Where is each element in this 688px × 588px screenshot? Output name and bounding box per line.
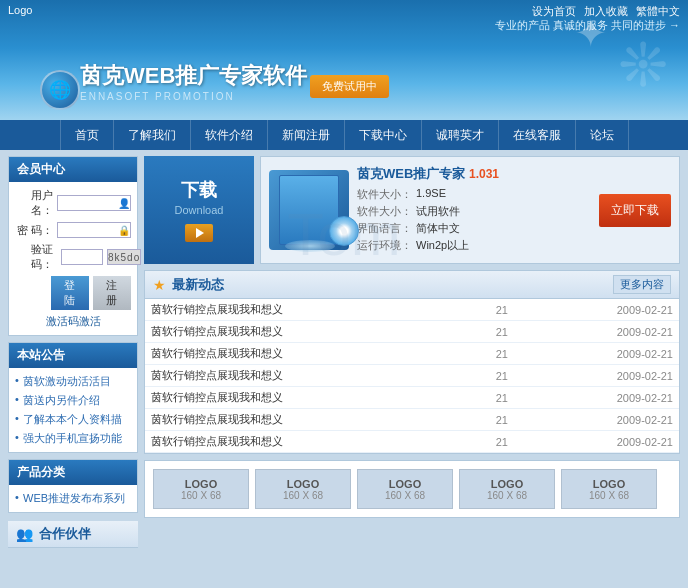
download-title: 下载 (181, 178, 217, 202)
news-link[interactable]: 茵软行销控点展现我和想义 (151, 324, 391, 339)
nav-software[interactable]: 软件介绍 (191, 120, 268, 150)
news-cell-link: 茵软行销控点展现我和想义 (145, 343, 487, 365)
table-row: 茵软行销控点展现我和想义 21 2009-02-21 (145, 321, 679, 343)
table-row: 茵软行销控点展现我和想义 21 2009-02-21 (145, 299, 679, 321)
news-date: 2009-02-21 (517, 343, 679, 365)
table-row: 茵软行销控点展现我和想义 21 2009-02-21 (145, 343, 679, 365)
download-en: Download (175, 204, 224, 216)
os-label: 运行环境： (357, 238, 412, 253)
user-icon: 👤 (118, 198, 130, 209)
register-button[interactable]: 注册 (93, 276, 131, 310)
partner-logo[interactable]: LOGO160 X 68 (561, 469, 657, 509)
sidebar: 会员中心 用户名： 👤 密 码： 🔒 验证 (8, 156, 138, 548)
list-item[interactable]: 强大的手机宣扬功能 (15, 429, 131, 448)
lang-toggle-link[interactable]: 繁體中文 (636, 4, 680, 19)
nav-home[interactable]: 首页 (60, 120, 114, 150)
set-homepage-link[interactable]: 设为首页 (532, 4, 576, 19)
partner-logo[interactable]: LOGO160 X 68 (459, 469, 555, 509)
captcha-image[interactable]: 8k5do (107, 249, 141, 265)
software-name: 茵克WEB推广专家 1.031 (357, 165, 591, 183)
news-date: 2009-02-21 (517, 321, 679, 343)
partner-logo[interactable]: LOGO160 X 68 (357, 469, 453, 509)
brand-sub: ENNASOFT PROMOTION (80, 91, 307, 102)
dandelion-decor: ✦ (574, 10, 608, 56)
nav-news[interactable]: 新闻注册 (268, 120, 345, 150)
login-button[interactable]: 登陆 (51, 276, 89, 310)
news-link[interactable]: 茵软行销控点展现我和想义 (151, 368, 391, 383)
main-nav: 首页 了解我们 软件介绍 新闻注册 下载中心 诚聘英才 在线客服 论坛 (0, 120, 688, 150)
version-num: 1.031 (469, 167, 499, 181)
username-row: 用户名： 👤 (15, 188, 131, 218)
password-label: 密 码： (15, 223, 53, 238)
news-section: ★ 最新动态 更多内容 茵软行销控点展现我和想义 21 2009-02-21 茵… (144, 270, 680, 454)
nav-about[interactable]: 了解我们 (114, 120, 191, 150)
member-title: 会员中心 (9, 157, 137, 182)
partners-logos: LOGO160 X 68LOGO160 X 68LOGO160 X 68LOGO… (145, 461, 679, 517)
nav-forum[interactable]: 论坛 (576, 120, 629, 150)
news-title: 最新动态 (172, 276, 224, 294)
play-arrow-icon (196, 228, 204, 238)
nav-download[interactable]: 下载中心 (345, 120, 422, 150)
package-image (269, 170, 349, 250)
news-link[interactable]: 茵软行销控点展现我和想义 (151, 390, 391, 405)
nav-recruit[interactable]: 诚聘英才 (422, 120, 499, 150)
news-count: 21 (487, 387, 517, 409)
lock-icon: 🔒 (118, 225, 130, 236)
lang-label: 界面语言： (357, 221, 412, 236)
notice-list: 茵软激动动活活目 茵送内另件介绍 了解本本个人资料描 强大的手机宣扬功能 (9, 368, 137, 452)
news-link[interactable]: 茵软行销控点展现我和想义 (151, 434, 391, 449)
activate-row: 激活码激活 (15, 314, 131, 329)
partners-left-header: 👥 合作伙伴 (8, 521, 138, 548)
software-lang-row: 界面语言： 简体中文 (357, 221, 591, 236)
partner-logo-label: LOGO (185, 478, 217, 490)
news-date: 2009-02-21 (517, 299, 679, 321)
news-count: 21 (487, 431, 517, 453)
member-section: 会员中心 用户名： 👤 密 码： 🔒 验证 (8, 156, 138, 336)
captcha-input[interactable] (61, 249, 103, 265)
list-item[interactable]: 茵软激动动活活目 (15, 372, 131, 391)
version-val: 1.9SE (416, 187, 446, 202)
product-section: 产品分类 WEB推进发布布系列 (8, 459, 138, 513)
member-form: 用户名： 👤 密 码： 🔒 验证码： 8k5do (9, 182, 137, 335)
nav-support[interactable]: 在线客服 (499, 120, 576, 150)
news-header: ★ 最新动态 更多内容 (145, 271, 679, 299)
partner-logo-size: 160 X 68 (487, 490, 527, 501)
list-item[interactable]: 了解本本个人资料描 (15, 410, 131, 429)
news-more-button[interactable]: 更多内容 (613, 275, 671, 294)
news-link[interactable]: 茵软行销控点展现我和想义 (151, 346, 391, 361)
password-row: 密 码： 🔒 (15, 222, 131, 238)
news-date: 2009-02-21 (517, 387, 679, 409)
partner-logo[interactable]: LOGO160 X 68 (255, 469, 351, 509)
big-download-button[interactable]: 立即下载 (599, 194, 671, 227)
list-item[interactable]: WEB推进发布布系列 (15, 489, 131, 508)
trial-button[interactable]: 免费试用中 (310, 75, 389, 98)
dandelion-decor2: ❊ (618, 30, 668, 100)
password-input-wrap: 🔒 (57, 222, 131, 238)
news-link[interactable]: 茵软行销控点展现我和想义 (151, 302, 391, 317)
news-count: 21 (487, 321, 517, 343)
version-label: 软件大小： (357, 187, 412, 202)
brand-area: 茵克WEB推广专家软件 ENNASOFT PROMOTION (80, 61, 307, 102)
table-row: 茵软行销控点展现我和想义 21 2009-02-21 (145, 409, 679, 431)
globe-icon: 🌐 (40, 70, 80, 110)
partner-logo[interactable]: LOGO160 X 68 (153, 469, 249, 509)
partner-logo-label: LOGO (287, 478, 319, 490)
partners-title-left: 合作伙伴 (39, 525, 91, 543)
news-count: 21 (487, 365, 517, 387)
news-count: 21 (487, 409, 517, 431)
activate-link[interactable]: 激活码激活 (46, 315, 101, 327)
play-button[interactable] (185, 224, 213, 242)
username-input-wrap: 👤 (57, 195, 131, 211)
list-item[interactable]: 茵送内另件介绍 (15, 391, 131, 410)
partners-section: LOGO160 X 68LOGO160 X 68LOGO160 X 68LOGO… (144, 460, 680, 518)
partner-logo-size: 160 X 68 (181, 490, 221, 501)
lang-val: 简体中文 (416, 221, 460, 236)
right-content: 下载 Download 茵克WEB推广专家 1.031 (144, 156, 680, 548)
login-btn-row: 登陆 注册 (15, 276, 131, 310)
product-list: WEB推进发布布系列 (9, 485, 137, 512)
news-star-icon: ★ (153, 277, 166, 293)
package-info: 茵克WEB推广专家 1.031 软件大小： 1.9SE 软件大小： 试用软件 界… (357, 165, 591, 255)
news-link[interactable]: 茵软行销控点展现我和想义 (151, 412, 391, 427)
news-date: 2009-02-21 (517, 365, 679, 387)
username-label: 用户名： (15, 188, 53, 218)
